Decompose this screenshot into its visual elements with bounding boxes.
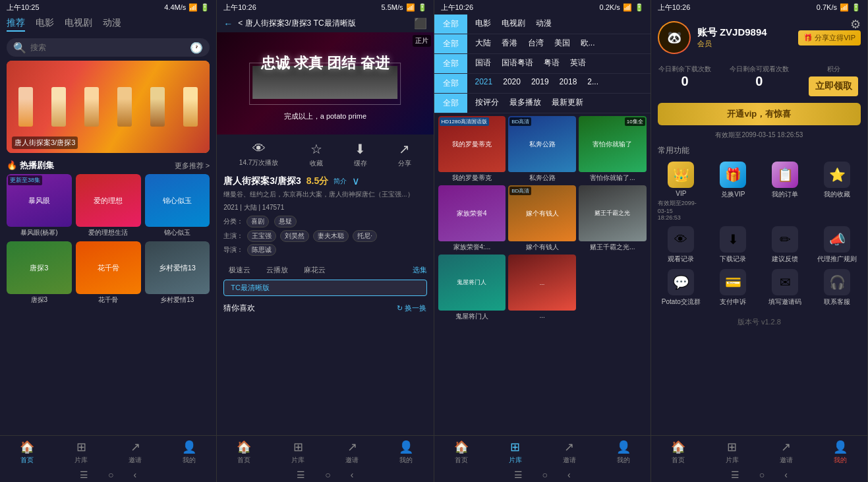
refresh-btn[interactable]: ↻ 换一换 bbox=[397, 303, 426, 313]
filter-all-5[interactable]: 全部 bbox=[434, 94, 467, 113]
source-3[interactable]: 麻花云 bbox=[299, 263, 331, 277]
filter-all-1[interactable]: 全部 bbox=[434, 15, 467, 34]
filter-mandarin[interactable]: 国语 bbox=[470, 54, 496, 73]
menu-btn-p1[interactable]: ☰ bbox=[80, 469, 88, 480]
menu-btn-p4[interactable]: ☰ bbox=[731, 469, 739, 480]
filter-2020[interactable]: 2020 bbox=[498, 74, 526, 93]
filter-tw[interactable]: 台湾 bbox=[523, 34, 549, 53]
filter-tv[interactable]: 电视剧 bbox=[496, 15, 531, 34]
movie-card-6[interactable]: 赌王千霸之光 赌王千霸之光... bbox=[579, 185, 647, 252]
func-promo[interactable]: 📣 代理推广规则 bbox=[814, 226, 861, 264]
nav-invite-p2[interactable]: ↗ 邀请 bbox=[325, 440, 379, 465]
nav-profile-p3[interactable]: 👤 我的 bbox=[596, 440, 651, 465]
filter-more-year[interactable]: 2... bbox=[582, 74, 604, 93]
func-redeem-vip[interactable]: 🎁 兑换VIP bbox=[710, 162, 757, 221]
filter-bilingual[interactable]: 国语粤语 bbox=[496, 54, 538, 73]
grid-item-1[interactable]: 暴风眼 更新至38集 暴风眼(杨幂) bbox=[7, 174, 72, 237]
func-support[interactable]: 🎧 联系客服 bbox=[814, 269, 861, 307]
movie-card-7[interactable]: 鬼屋将门人 鬼屋将门人 bbox=[438, 255, 506, 321]
func-feedback[interactable]: ✏ 建议反馈 bbox=[762, 226, 809, 264]
cast-btn-p2[interactable]: ⬛ bbox=[414, 17, 427, 30]
filter-all-3[interactable]: 全部 bbox=[434, 54, 467, 73]
gear-icon[interactable]: ⚙ bbox=[850, 17, 861, 32]
nav-home-p4[interactable]: 🏠 首页 bbox=[651, 440, 705, 465]
home-btn-p2[interactable]: ○ bbox=[325, 469, 330, 480]
expand-icon[interactable]: ∨ bbox=[352, 175, 360, 187]
claim-btn[interactable]: 立即领取 bbox=[809, 76, 858, 96]
menu-btn-p3[interactable]: ☰ bbox=[514, 469, 523, 480]
nav-invite-p1[interactable]: ↗ 邀请 bbox=[108, 440, 162, 465]
filter-newest[interactable]: 最新更新 bbox=[546, 94, 589, 113]
func-orders[interactable]: 📋 我的订单 bbox=[762, 162, 809, 221]
filter-all-4[interactable]: 全部 bbox=[434, 74, 467, 93]
filter-rating[interactable]: 按评分 bbox=[470, 94, 504, 113]
nav-library-p4[interactable]: ⊞ 片库 bbox=[705, 440, 759, 465]
nav-profile-p4[interactable]: 👤 我的 bbox=[813, 440, 867, 465]
nav-invite-p4[interactable]: ↗ 邀请 bbox=[759, 440, 813, 465]
source-1[interactable]: 极速云 bbox=[223, 263, 256, 277]
filter-most-played[interactable]: 最多播放 bbox=[504, 94, 546, 113]
filter-2021[interactable]: 2021 bbox=[470, 74, 498, 93]
tab-movie[interactable]: 电影 bbox=[36, 17, 54, 32]
tag-mystery[interactable]: 悬疑 bbox=[274, 216, 297, 227]
home-btn-p4[interactable]: ○ bbox=[759, 469, 765, 480]
func-downloads[interactable]: ⬇ 下载记录 bbox=[710, 226, 757, 264]
filter-all-2[interactable]: 全部 bbox=[434, 34, 467, 53]
filter-us[interactable]: 美国 bbox=[549, 34, 575, 53]
grid-item-3[interactable]: 锦心似玉 锦心似玉 bbox=[145, 174, 210, 237]
nav-library-p3[interactable]: ⊞ 片库 bbox=[488, 440, 542, 465]
nav-home-p2[interactable]: 🏠 首页 bbox=[217, 440, 271, 465]
movie-card-1[interactable]: 我的罗曼蒂克 HD1280高清国语版 我的罗曼蒂克 bbox=[438, 116, 506, 183]
more-btn[interactable]: 更多推荐 > bbox=[175, 161, 210, 171]
filter-cantonese[interactable]: 粤语 bbox=[538, 54, 565, 73]
nav-home-p1[interactable]: 🏠 首页 bbox=[0, 440, 54, 465]
filter-anime[interactable]: 动漫 bbox=[531, 15, 557, 34]
func-favorites[interactable]: ⭐ 我的收藏 bbox=[814, 162, 861, 221]
func-vip[interactable]: 👑 VIP 有效期至2099-03-1518:26:53 bbox=[658, 162, 705, 221]
nav-profile-p1[interactable]: 👤 我的 bbox=[162, 440, 216, 465]
action-favorite[interactable]: ☆ 收藏 bbox=[310, 141, 323, 168]
func-invite-code[interactable]: ✉ 填写邀请码 bbox=[762, 269, 809, 307]
back-btn-p3[interactable]: ‹ bbox=[567, 469, 571, 480]
tc-badge[interactable]: TC最清晰版 bbox=[223, 280, 426, 296]
director-name[interactable]: 陈思诚 bbox=[247, 244, 276, 256]
filter-english[interactable]: 英语 bbox=[565, 54, 591, 73]
back-btn-p4[interactable]: ‹ bbox=[784, 469, 788, 480]
nav-invite-p3[interactable]: ↗ 邀请 bbox=[542, 440, 596, 465]
filter-mainland[interactable]: 大陆 bbox=[470, 34, 496, 53]
home-btn-p1[interactable]: ○ bbox=[108, 469, 113, 480]
nav-library-p2[interactable]: ⊞ 片库 bbox=[271, 440, 325, 465]
cast-1[interactable]: 王宝强 bbox=[247, 230, 276, 242]
back-arrow-p2[interactable]: ← bbox=[223, 18, 233, 29]
filter-hk[interactable]: 香港 bbox=[496, 34, 523, 53]
movie-card-4[interactable]: 家族荣誉4 家族荣誉4:... bbox=[438, 185, 506, 252]
grid-item-5[interactable]: 花千骨 花千骨 bbox=[76, 241, 141, 305]
cast-4[interactable]: 托尼· bbox=[353, 230, 377, 242]
filter-2019[interactable]: 2019 bbox=[526, 74, 554, 93]
back-btn-p1[interactable]: ‹ bbox=[134, 469, 137, 480]
filter-movie[interactable]: 电影 bbox=[470, 15, 496, 34]
func-group[interactable]: 💬 Potato交流群 bbox=[658, 269, 705, 307]
select-episode-btn[interactable]: 选集 bbox=[413, 265, 427, 275]
nav-profile-p2[interactable]: 👤 我的 bbox=[379, 440, 433, 465]
func-payment[interactable]: 💳 支付申诉 bbox=[710, 269, 757, 307]
search-input-p1[interactable] bbox=[30, 43, 186, 52]
tab-anime[interactable]: 动漫 bbox=[103, 17, 121, 32]
func-history[interactable]: 👁 观看记录 bbox=[658, 226, 705, 264]
grid-item-6[interactable]: 乡村爱情13 乡村爱情13 bbox=[145, 241, 210, 305]
home-btn-p3[interactable]: ○ bbox=[542, 469, 548, 480]
filter-2018[interactable]: 2018 bbox=[554, 74, 583, 93]
source-2[interactable]: 云播放 bbox=[261, 263, 293, 277]
nav-home-p3[interactable]: 🏠 首页 bbox=[434, 440, 488, 465]
cast-2[interactable]: 刘昊然 bbox=[280, 230, 309, 242]
filter-eu[interactable]: 欧... bbox=[575, 34, 600, 53]
search-bar-p1[interactable]: 🔍 🕐 bbox=[7, 38, 210, 57]
open-vip-btn[interactable]: 开通vip，有惊喜 bbox=[658, 103, 861, 125]
tag-comedy[interactable]: 喜剧 bbox=[246, 216, 269, 227]
movie-card-3[interactable]: 害怕你就输了 10集全 害怕你就输了... bbox=[579, 116, 647, 183]
intro-btn[interactable]: 简介 bbox=[333, 177, 347, 186]
cast-3[interactable]: 妻夫木聪 bbox=[313, 230, 349, 242]
nav-library-p1[interactable]: ⊞ 片库 bbox=[54, 440, 108, 465]
tab-recommend[interactable]: 推荐 bbox=[7, 17, 25, 32]
vip-share-btn[interactable]: 🎁 分享立得VIP bbox=[798, 30, 861, 45]
